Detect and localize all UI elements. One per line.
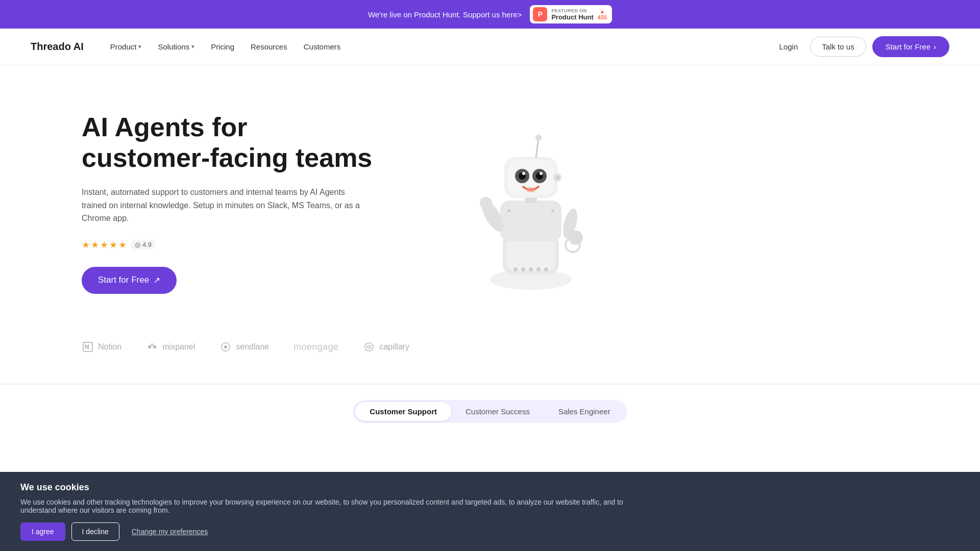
ph-name-label: Product Hunt — [551, 13, 593, 21]
talk-to-us-button[interactable]: Talk to us — [810, 37, 866, 57]
nav-resources-label: Resources — [251, 42, 287, 51]
svg-rect-8 — [500, 201, 561, 241]
ph-text: FEATURED ON Product Hunt — [551, 8, 593, 21]
svg-point-21 — [540, 172, 543, 175]
nav-logo[interactable]: Threado AI — [31, 41, 84, 53]
svg-point-22 — [526, 187, 536, 192]
tab-customer-support-label: Customer Support — [370, 407, 437, 416]
svg-point-4 — [521, 267, 525, 271]
svg-point-24 — [556, 176, 559, 179]
nav-start-free-label: Start for Free — [886, 42, 930, 51]
svg-point-37 — [365, 343, 373, 351]
star-5-icon: ★ — [118, 239, 127, 251]
svg-point-26 — [535, 135, 542, 141]
hero-title: AI Agents for customer-facing teams — [82, 112, 398, 173]
tab-sales-engineer-label: Sales Engineer — [558, 407, 610, 416]
svg-point-3 — [513, 267, 518, 271]
rating-badge: ◎ 4.9 — [131, 240, 156, 249]
rating-score: 4.9 — [142, 241, 152, 248]
nav-start-arrow-icon: › — [934, 42, 936, 51]
navbar: Threado AI Product ▾ Solutions ▾ Pricing… — [0, 29, 980, 65]
star-4-icon: ★ — [109, 239, 117, 251]
tabs-bar: Customer Support Customer Success Sales … — [353, 400, 626, 423]
svg-point-36 — [224, 345, 227, 348]
nav-item-solutions[interactable]: Solutions ▾ — [152, 38, 201, 55]
nav-product-label: Product — [110, 42, 137, 51]
top-banner: We're live on Product Hunt. Support us h… — [0, 0, 980, 29]
mixpanel-icon — [146, 341, 158, 353]
upvote-arrow: ▲ — [599, 8, 605, 14]
svg-point-33 — [151, 343, 154, 346]
star-2-icon: ★ — [91, 239, 99, 251]
svg-point-20 — [522, 172, 525, 175]
svg-point-27 — [507, 209, 510, 212]
hero-description: Instant, automated support to customers … — [82, 186, 368, 225]
mixpanel-label: mixpanel — [162, 342, 195, 352]
sendlane-icon — [219, 341, 232, 353]
partner-moengage: moengage — [293, 342, 338, 353]
nav-login[interactable]: Login — [773, 38, 804, 55]
svg-point-6 — [536, 267, 541, 271]
notion-label: Notion — [98, 342, 121, 352]
hero-start-free-label: Start for Free — [98, 275, 149, 285]
svg-point-28 — [551, 209, 554, 212]
product-hunt-badge[interactable]: P FEATURED ON Product Hunt ▲ 435 — [530, 5, 612, 23]
hero-title-line2: customer-facing teams — [82, 143, 372, 172]
nav-links: Product ▾ Solutions ▾ Pricing Resources … — [104, 38, 773, 55]
nav-item-pricing[interactable]: Pricing — [205, 38, 240, 55]
nav-item-product[interactable]: Product ▾ — [104, 38, 148, 55]
moengage-label: moengage — [293, 342, 338, 353]
ph-upvote: ▲ 435 — [598, 8, 607, 20]
tab-customer-success-label: Customer Success — [465, 407, 530, 416]
star-3-icon: ★ — [100, 239, 108, 251]
partners-section: N Notion mixpanel sendlane moengage — [0, 331, 980, 373]
svg-line-25 — [536, 139, 538, 157]
stars-container: ★ ★ ★ ★ ★ — [82, 239, 127, 251]
svg-point-10 — [480, 197, 492, 209]
star-1-icon: ★ — [82, 239, 90, 251]
hero-section: AI Agents for customer-facing teams Inst… — [0, 65, 980, 331]
solutions-chevron-icon: ▾ — [191, 43, 194, 50]
nav-item-customers[interactable]: Customers — [298, 38, 347, 55]
hero-start-free-button[interactable]: Start for Free ↗ — [82, 267, 177, 294]
product-chevron-icon: ▾ — [138, 43, 141, 50]
notion-icon: N — [82, 341, 94, 353]
rating-circle-icon: ◎ — [135, 241, 140, 248]
svg-text:N: N — [85, 343, 89, 350]
partner-sendlane: sendlane — [219, 341, 269, 353]
nav-right: Login Talk to us Start for Free › — [773, 36, 949, 57]
nav-pricing-label: Pricing — [211, 42, 234, 51]
tab-sales-engineer[interactable]: Sales Engineer — [544, 402, 625, 421]
partner-mixpanel: mixpanel — [146, 341, 195, 353]
svg-point-32 — [148, 345, 151, 348]
ph-logo-icon: P — [533, 7, 547, 21]
tab-customer-support[interactable]: Customer Support — [355, 402, 451, 421]
svg-point-34 — [153, 345, 156, 348]
tabs-section: Customer Support Customer Success Sales … — [0, 373, 980, 443]
ph-featured-label: FEATURED ON — [551, 8, 593, 13]
capillary-label: capillary — [379, 342, 409, 352]
tab-customer-success[interactable]: Customer Success — [451, 402, 544, 421]
hero-left: AI Agents for customer-facing teams Inst… — [82, 112, 398, 293]
nav-start-free-button[interactable]: Start for Free › — [872, 36, 949, 57]
capillary-icon — [363, 341, 375, 353]
nav-customers-label: Customers — [304, 42, 341, 51]
upvote-count: 435 — [598, 14, 607, 20]
nav-item-resources[interactable]: Resources — [244, 38, 293, 55]
hero-rating: ★ ★ ★ ★ ★ ◎ 4.9 — [82, 239, 398, 251]
hero-title-line1: AI Agents for — [82, 112, 248, 142]
hero-right — [398, 111, 612, 295]
nav-solutions-label: Solutions — [158, 42, 189, 51]
partner-capillary: capillary — [363, 341, 409, 353]
robot-illustration — [449, 111, 612, 295]
svg-rect-2 — [506, 238, 555, 271]
partner-notion: N Notion — [82, 341, 121, 353]
banner-text[interactable]: We're live on Product Hunt. Support us h… — [368, 10, 522, 19]
svg-point-5 — [529, 267, 533, 271]
hero-start-arrow-icon: ↗ — [153, 275, 160, 286]
sendlane-label: sendlane — [236, 342, 269, 352]
svg-point-7 — [544, 267, 548, 271]
